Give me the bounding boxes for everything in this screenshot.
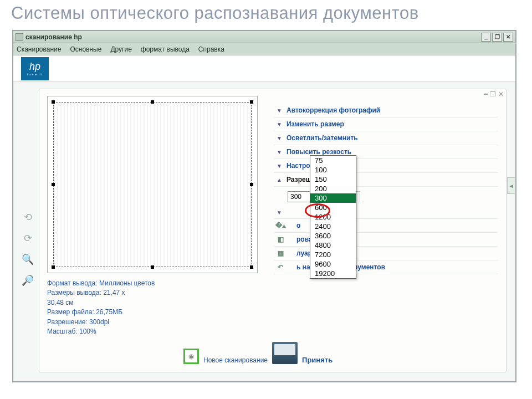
scan-preview[interactable] [47,96,258,273]
accordion-label: о [296,222,300,229]
accordion-resize[interactable]: ▼ Изменить размер [274,117,498,131]
resolution-option[interactable]: 600 [310,203,356,212]
accordion-descreen[interactable]: ▦ луар [274,247,498,260]
menubar: Сканирование Основные Другие формат выво… [13,43,515,55]
hp-logo-icon: hp invent [21,57,49,80]
zoom-out-icon[interactable]: 🔎 [21,274,34,287]
info-resolution: Разрешение: 300dpi [47,318,258,327]
info-output-size-2: 30,48 см [47,298,258,308]
preview-pane: Формат вывода: Миллионы цветов Размеры в… [39,89,265,372]
tools-pane: ▼ Автокоррекция фотографий ▼ Изменить ра… [265,89,506,372]
grid-icon: ▦ [277,249,284,257]
crop-handle[interactable] [250,183,253,186]
crop-handle[interactable] [52,100,55,104]
chevron-down-icon: ▼ [277,121,282,127]
resolution-option[interactable]: 19200 [310,269,356,278]
resolution-dropdown-list[interactable]: 7510015020030060012002400360048007200960… [310,155,356,279]
logo-brand: hp [29,61,40,73]
accordion-mirror[interactable]: �⟁ о [274,219,498,233]
resolution-option[interactable]: 75 [310,156,356,165]
accordion-resolution[interactable]: ▲ Разрешение [274,173,498,187]
titlebar[interactable]: сканирование hp _ ❐ ✕ [13,31,515,43]
chevron-down-icon: ▼ [277,108,282,114]
chevron-up-icon: ▲ [277,177,282,183]
window-close-button[interactable]: ✕ [503,33,513,42]
crop-handle[interactable] [52,183,55,186]
resolution-option[interactable]: 2400 [310,222,356,231]
window-maximize-button[interactable]: ❐ [492,33,502,42]
resolution-option[interactable]: 4800 [310,241,356,250]
brand-header: hp invent [13,55,515,82]
crop-handle[interactable] [151,100,154,104]
logo-subtext: invent [27,73,43,76]
chevron-down-icon: ▼ [277,135,282,141]
menu-other[interactable]: Другие [110,45,131,53]
info-output-format: Формат вывода: Миллионы цветов [47,279,258,288]
resolution-option[interactable]: 3600 [310,231,356,241]
crop-handle[interactable] [250,265,253,269]
resolution-option[interactable]: 9600 [310,259,356,269]
accordion-label: Автокоррекция фотографий [287,106,380,114]
resolution-option[interactable]: 200 [310,184,356,193]
window-title: сканирование hp [25,33,82,41]
accordion-label: Повысить резкость [287,148,351,156]
slide-title: Системы оптического распознавания докуме… [11,3,419,23]
rotate-left-icon[interactable]: ⟲ [21,211,34,224]
accordion-obscured-1[interactable]: ▼ [274,207,498,219]
crop-handle[interactable] [250,100,253,104]
accordion-invert-colors[interactable]: ◧ ровать цвета [274,233,498,247]
resolution-controls: ▼ Авто [274,187,498,207]
expand-sidebar-button[interactable]: ◄ [507,177,515,194]
content-frame: ━ ❐ ✕ Формат вывода: Милл [39,89,507,372]
new-scan-link[interactable]: Новое сканирование [203,356,268,364]
crop-handle[interactable] [151,265,154,269]
app-window: сканирование hp _ ❐ ✕ Сканирование Основ… [12,30,516,382]
info-file-size: Размер файла: 26,75МБ [47,308,258,317]
accordion-autocorrect[interactable]: ▼ Автокоррекция фотографий [274,104,498,117]
chevron-down-icon: ▼ [277,163,282,169]
accordion-label: Изменить размер [287,120,344,128]
menu-output-format[interactable]: формат вывода [141,45,190,53]
client-area: ◄ ⟲ ⟳ 🔍 🔎 ━ ❐ ✕ [14,83,514,380]
info-output-size-1: Размеры вывода: 21,47 x [47,288,258,298]
crop-handle[interactable] [52,265,55,269]
window-app-icon [16,33,23,41]
zoom-in-icon[interactable]: 🔍 [21,253,34,266]
resolution-option[interactable]: 1200 [310,212,356,222]
resolution-option[interactable]: 7200 [310,250,356,259]
preview-eye-icon[interactable]: ◉ [183,349,199,364]
output-info: Формат вывода: Миллионы цветов Размеры в… [47,279,258,336]
menu-main[interactable]: Основные [70,45,101,53]
undo-icon: ↶ [277,263,284,271]
invert-icon: ◧ [277,236,284,243]
resolution-option[interactable]: 150 [310,175,356,184]
info-scale: Масштаб: 100% [47,327,258,336]
accordion-sharpen[interactable]: ▼ Повысить резкость [274,145,498,159]
scanned-page-image [53,102,252,267]
chevron-down-icon: ▼ [277,149,282,155]
menu-scan[interactable]: Сканирование [17,45,61,53]
accordion-reset-tools[interactable]: ↶ ь настройки инструментов [274,260,498,274]
menu-help[interactable]: Справка [198,45,224,53]
mirror-icon: �⟁ [277,222,284,229]
window-minimize-button[interactable]: _ [481,33,491,42]
accordion-lighten[interactable]: ▼ Осветлить/затемнить [274,131,498,145]
resolution-option[interactable]: 100 [310,165,356,175]
rotate-right-icon[interactable]: ⟳ [21,232,34,245]
chevron-down-icon: ▼ [277,209,282,216]
accordion-color-setup[interactable]: ▼ Настройка цвета [274,159,498,173]
accordion-label: Осветлить/затемнить [287,134,358,142]
resolution-option[interactable]: 300 [310,193,356,203]
tool-column: ⟲ ⟳ 🔍 🔎 [21,211,34,287]
